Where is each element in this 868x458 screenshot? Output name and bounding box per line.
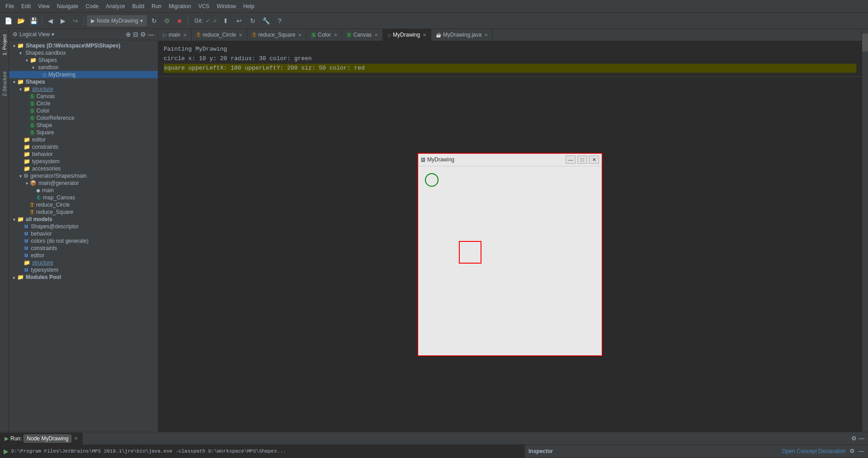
git-settings-button[interactable]: 🔧 bbox=[261, 15, 272, 26]
menu-vcs[interactable]: VCS bbox=[195, 1, 213, 11]
menu-navigate[interactable]: Navigate bbox=[53, 1, 82, 11]
preview-maximize-button[interactable]: □ bbox=[577, 156, 587, 164]
tree-item-shapes_root[interactable]: ▾📁Shapes (D:\Workspace\MPS\Shapes) bbox=[9, 42, 158, 49]
z-structure-tab[interactable]: Z-Structure bbox=[0, 68, 9, 100]
tab-close-reduce-circle[interactable]: ✕ bbox=[239, 33, 242, 38]
open-button[interactable]: 📂 bbox=[15, 15, 26, 26]
tree-item-reduce_square[interactable]: Treduce_Square bbox=[9, 208, 158, 216]
tree-item-colors_gen[interactable]: Mcolors (do not generate) bbox=[9, 237, 158, 245]
tree-item-behavior2[interactable]: Mbehavior bbox=[9, 230, 158, 237]
tab-close-mydrawing[interactable]: ✕ bbox=[423, 33, 426, 38]
tree-label-behavior2: behavior bbox=[31, 231, 52, 237]
tab-close-color[interactable]: ✕ bbox=[334, 33, 337, 38]
tab-mydrawing-java[interactable]: ☕ MyDrawing.java ✕ bbox=[431, 29, 493, 41]
preview-minimize-button[interactable]: — bbox=[566, 156, 576, 164]
save-button[interactable]: 💾 bbox=[28, 15, 39, 26]
tree-item-typesystem[interactable]: 📁typesystem bbox=[9, 158, 158, 165]
run-tab-close[interactable]: ✕ bbox=[74, 436, 78, 441]
menu-view[interactable]: View bbox=[34, 1, 53, 11]
tab-mydrawing[interactable]: ◇ MyDrawing ✕ bbox=[383, 29, 431, 41]
output-line-2: circle x: 10 y: 20 radius: 30 color: gre… bbox=[164, 54, 856, 64]
git-commit-button[interactable]: ⬆ bbox=[220, 15, 231, 26]
tree-item-canvas[interactable]: SCanvas bbox=[9, 93, 158, 100]
tree-item-shapes_sandbox[interactable]: ▾Shapes.sandbox bbox=[9, 49, 158, 57]
bottom-panel: ▶ Run: Node MyDrawing ✕ ⚙ — ▶ D:\Program… bbox=[0, 432, 868, 458]
git-redo-button[interactable]: ↻ bbox=[247, 15, 258, 26]
right-scrollbar[interactable] bbox=[862, 29, 868, 432]
menu-file[interactable]: File bbox=[2, 1, 18, 11]
tree-item-constraints[interactable]: 📁constraints bbox=[9, 143, 158, 151]
open-concept-link[interactable]: Open Concept Declaration bbox=[782, 448, 846, 454]
tree-item-circle[interactable]: SCircle bbox=[9, 100, 158, 107]
tree-item-main_gen[interactable]: ▾📦main@generator bbox=[9, 179, 158, 187]
tree-label-sandbox_folder: sandbox bbox=[38, 64, 58, 71]
tab-close-mydrawing-java[interactable]: ✕ bbox=[484, 33, 488, 38]
tree-item-accessories[interactable]: 📁accessories bbox=[9, 165, 158, 172]
tree-item-main_item[interactable]: ◆main bbox=[9, 187, 158, 194]
tree-item-square[interactable]: SSquare bbox=[9, 129, 158, 136]
nav-button[interactable]: ↪ bbox=[70, 15, 81, 26]
menu-analyze[interactable]: Analyze bbox=[102, 1, 129, 11]
tree-item-map_canvas[interactable]: Cmap_Canvas bbox=[9, 194, 158, 201]
settings-icon[interactable]: ⚙ bbox=[140, 31, 146, 38]
tree-item-color[interactable]: SColor bbox=[9, 107, 158, 114]
refresh-button[interactable]: ↻ bbox=[149, 15, 160, 26]
tree-item-constraints2[interactable]: Mconstraints bbox=[9, 245, 158, 252]
forward-button[interactable]: ▶ bbox=[57, 15, 68, 26]
back-button[interactable]: ◀ bbox=[45, 15, 56, 26]
tree-item-sandbox_folder[interactable]: ▾sandbox bbox=[9, 64, 158, 71]
menu-build[interactable]: Build bbox=[129, 1, 148, 11]
tree-item-shape[interactable]: SShape bbox=[9, 122, 158, 129]
menu-code[interactable]: Code bbox=[82, 1, 102, 11]
tree-item-shapes_folder[interactable]: ▾📁Shapes bbox=[9, 57, 158, 64]
tree-item-shapes_descriptor[interactable]: MShapes@descriptor bbox=[9, 223, 158, 230]
menu-migration[interactable]: Migration bbox=[165, 1, 194, 11]
inspector-settings-icon[interactable]: ⚙ bbox=[849, 448, 855, 454]
tab-main[interactable]: ▷ main ✕ bbox=[158, 29, 192, 41]
tab-color[interactable]: S Color ✕ bbox=[307, 29, 342, 41]
inspector-minimize-icon[interactable]: — bbox=[859, 448, 864, 454]
run-tab-run[interactable]: ▶ Run: Node MyDrawing ✕ bbox=[0, 433, 83, 444]
tree-item-editor2[interactable]: Meditor bbox=[9, 252, 158, 259]
tree-item-structure2[interactable]: 📁structure bbox=[9, 259, 158, 266]
run-config-selector[interactable]: ▶ Node MyDrawing ▾ bbox=[87, 15, 147, 26]
tree-item-typesystem2[interactable]: Mtypesystem bbox=[9, 266, 158, 274]
tab-reduce-circle[interactable]: T reduce_Circle ✕ bbox=[192, 29, 247, 41]
run-settings-icon[interactable]: ⚙ bbox=[851, 435, 857, 442]
project-tab[interactable]: 1: Project bbox=[0, 31, 9, 59]
tab-reduce-square[interactable]: T reduce_Square ✕ bbox=[247, 29, 307, 41]
build-button[interactable]: ⚙ bbox=[161, 15, 172, 26]
run-label-row: ▶ D:\Program Files\JetBrains\MPS 2019.1\… bbox=[4, 447, 521, 456]
scroll-thumb[interactable] bbox=[862, 33, 868, 52]
menu-window[interactable]: Window bbox=[213, 1, 240, 11]
close-panel-icon[interactable]: — bbox=[148, 31, 154, 38]
tree-item-behavior[interactable]: 📁behavior bbox=[9, 151, 158, 158]
tree-item-reduce_circle[interactable]: Treduce_Circle bbox=[9, 201, 158, 208]
menu-edit[interactable]: Edit bbox=[18, 1, 34, 11]
menu-help[interactable]: Help bbox=[240, 1, 258, 11]
tab-close-canvas[interactable]: ✕ bbox=[374, 33, 378, 38]
tab-close-reduce-square[interactable]: ✕ bbox=[298, 33, 302, 38]
tree-label-behavior: behavior bbox=[32, 151, 53, 157]
git-undo-button[interactable]: ↩ bbox=[234, 15, 245, 26]
menu-run[interactable]: Run bbox=[148, 1, 165, 11]
tab-close-main[interactable]: ✕ bbox=[183, 33, 187, 38]
tree-arrow-sandbox_folder: ▾ bbox=[30, 65, 36, 70]
new-button[interactable]: 📄 bbox=[3, 15, 14, 26]
tree-item-all_models[interactable]: ▾📁all models bbox=[9, 216, 158, 223]
tree-item-generator[interactable]: ▾⚙generator/Shapes/main bbox=[9, 172, 158, 179]
tree-item-structure[interactable]: ▾📁structure bbox=[9, 85, 158, 93]
scope-icon[interactable]: ⊕ bbox=[126, 31, 131, 38]
stop-button[interactable]: ■ bbox=[174, 15, 185, 26]
preview-close-button[interactable]: ✕ bbox=[589, 156, 599, 164]
tree-item-shapes_group[interactable]: ▾📁Shapes bbox=[9, 78, 158, 85]
tree-item-modules_pool[interactable]: ▸📁Modules Pool bbox=[9, 274, 158, 281]
tree-item-colorreference[interactable]: SColorReference bbox=[9, 114, 158, 122]
run-minimize-icon[interactable]: — bbox=[859, 435, 864, 442]
help-button[interactable]: ? bbox=[274, 15, 285, 26]
tree-item-mydrawing[interactable]: ◇MyDrawing bbox=[9, 71, 158, 78]
run-output-area: ▶ D:\Program Files\JetBrains\MPS 2019.1\… bbox=[0, 445, 524, 458]
tree-item-editor[interactable]: 📁editor bbox=[9, 136, 158, 143]
collapse-icon[interactable]: ⊟ bbox=[133, 31, 138, 38]
tab-canvas[interactable]: S Canvas ✕ bbox=[342, 29, 383, 41]
